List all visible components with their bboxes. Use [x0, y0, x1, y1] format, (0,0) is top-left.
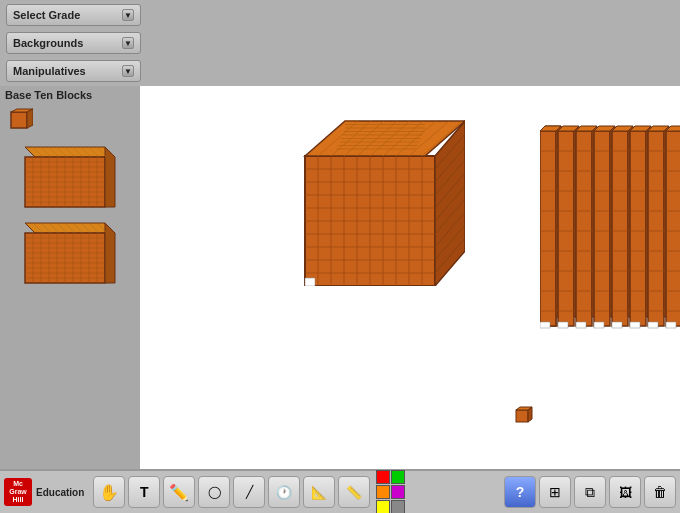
svg-marker-53 [105, 223, 115, 283]
svg-rect-131 [648, 322, 658, 328]
clock-tool-button[interactable]: 🕐 [268, 476, 300, 508]
sidebar-content [0, 103, 140, 464]
mcgraw-logo-box: McGrawHill [4, 478, 32, 506]
svg-rect-128 [594, 322, 604, 328]
backgrounds-button[interactable]: Backgrounds ▼ [6, 32, 141, 54]
color-yellow[interactable] [376, 500, 390, 513]
svg-rect-127 [576, 322, 586, 328]
bottom-toolbar: McGrawHill Education ✋ T ✏️ ◯ ╱ 🕐 📐 📏 ? … [0, 469, 680, 513]
canvas-area[interactable] [140, 86, 680, 469]
screenshot-button[interactable]: 🖼 [609, 476, 641, 508]
top-toolbar: Select Grade ▼ Backgrounds ▼ Manipulativ… [0, 0, 680, 86]
select-grade-button[interactable]: Select Grade ▼ [6, 4, 141, 26]
select-grade-label: Select Grade [13, 9, 80, 21]
flat-10x10-block[interactable] [15, 142, 125, 212]
svg-rect-130 [630, 322, 640, 328]
select-grade-arrow: ▼ [122, 9, 134, 21]
pencil-tool-button[interactable]: ✏️ [163, 476, 195, 508]
svg-rect-132 [666, 322, 676, 328]
trash-button[interactable]: 🗑 [644, 476, 676, 508]
line-tool-button[interactable]: ╱ [233, 476, 265, 508]
mcgraw-branding: McGrawHill Education [4, 478, 84, 506]
color-palette [376, 470, 405, 513]
svg-marker-151 [528, 407, 532, 422]
ruler-tool-button[interactable]: 📏 [338, 476, 370, 508]
sidebar-label: Base Ten Blocks [0, 86, 140, 103]
manipulatives-arrow: ▼ [122, 65, 134, 77]
color-gray[interactable] [391, 500, 405, 513]
svg-rect-149 [516, 410, 528, 422]
help-button[interactable]: ? [504, 476, 536, 508]
sidebar: Base Ten Blocks [0, 86, 140, 469]
svg-marker-2 [27, 109, 33, 128]
color-purple[interactable] [391, 485, 405, 499]
flat-10x10-block-2[interactable] [15, 218, 125, 288]
svg-marker-23 [105, 147, 115, 207]
grid-button[interactable]: ⊞ [539, 476, 571, 508]
svg-rect-129 [612, 322, 622, 328]
hand-tool-button[interactable]: ✋ [93, 476, 125, 508]
svg-rect-125 [540, 322, 550, 328]
ten-bars-group[interactable] [540, 116, 680, 331]
main-area: Base Ten Blocks [0, 86, 680, 469]
small-unit-block[interactable] [515, 406, 533, 428]
svg-rect-126 [558, 322, 568, 328]
text-tool-button[interactable]: T [128, 476, 160, 508]
big-cube-block[interactable] [295, 116, 465, 290]
education-label: Education [36, 487, 84, 498]
circle-tool-button[interactable]: ◯ [198, 476, 230, 508]
protractor-tool-button[interactable]: 📐 [303, 476, 335, 508]
color-red[interactable] [376, 470, 390, 484]
unit-block[interactable] [9, 108, 33, 132]
svg-rect-111 [305, 278, 315, 286]
color-orange[interactable] [376, 485, 390, 499]
layers-button[interactable]: ⧉ [574, 476, 606, 508]
mcgraw-text: McGrawHill [9, 480, 27, 503]
backgrounds-label: Backgrounds [13, 37, 83, 49]
manipulatives-label: Manipulatives [13, 65, 86, 77]
svg-rect-0 [11, 112, 27, 128]
backgrounds-arrow: ▼ [122, 37, 134, 49]
color-green[interactable] [391, 470, 405, 484]
manipulatives-button[interactable]: Manipulatives ▼ [6, 60, 141, 82]
